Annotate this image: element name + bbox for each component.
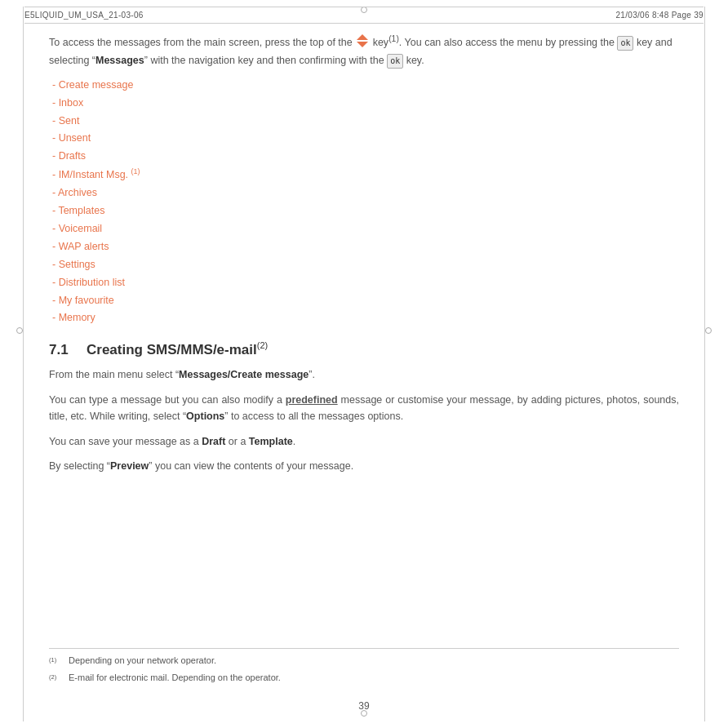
list-item-settings: Settings — [49, 256, 679, 274]
intro-paragraph: To access the messages from the main scr… — [49, 33, 679, 69]
list-item-im: IM/Instant Msg. (1) — [49, 166, 679, 184]
section-number: 7.1 — [49, 342, 73, 358]
list-item-distribution: Distribution list — [49, 274, 679, 292]
list-item-archives: Archives — [49, 184, 679, 202]
list-item-favourite: My favourite — [49, 292, 679, 310]
content-area: To access the messages from the main scr… — [49, 33, 679, 695]
header-bar: E5LIQUID_UM_USA_21-03-06 21/03/06 8:48 P… — [24, 7, 704, 24]
list-item-templates: Templates — [49, 202, 679, 220]
footnote-2-text: E-mail for electronic mail. Depending on… — [69, 671, 281, 686]
body-paragraph-2: You can type a message but you can also … — [49, 392, 679, 425]
section-title: Creating SMS/MMS/e-mail(2) — [87, 340, 268, 358]
footnotes-area: (1) Depending on your network operator. … — [49, 648, 679, 687]
footnote-1-num: (1) — [49, 654, 69, 668]
list-item-create-message: Create message — [49, 77, 679, 95]
left-margin-mark — [16, 327, 23, 334]
footnote-2: (2) E-mail for electronic mail. Dependin… — [49, 671, 679, 686]
page-number: 39 — [358, 700, 369, 712]
list-item-voicemail: Voicemail — [49, 220, 679, 238]
header-right-text: 21/03/06 8:48 Page 39 — [615, 11, 704, 20]
svg-marker-1 — [357, 42, 368, 47]
intro-text-before-icon: To access the messages from the main scr… — [49, 37, 355, 48]
section-heading: 7.1 Creating SMS/MMS/e-mail(2) — [49, 340, 679, 358]
menu-list: Create message Inbox Sent Unsent Drafts … — [49, 77, 679, 327]
body-paragraph-1: From the main menu select “Messages/Crea… — [49, 366, 679, 384]
list-item-drafts: Drafts — [49, 148, 679, 166]
list-item-wap: WAP alerts — [49, 238, 679, 256]
border-left — [23, 7, 24, 721]
ok-key-1: ok — [617, 36, 633, 51]
list-item-unsent: Unsent — [49, 130, 679, 148]
footnote-2-num: (2) — [49, 671, 69, 686]
body-paragraph-4: By selecting “Preview” you can view the … — [49, 458, 679, 475]
list-item-sent: Sent — [49, 113, 679, 131]
right-margin-mark — [705, 327, 712, 334]
header-left-text: E5LIQUID_UM_USA_21-03-06 — [24, 11, 144, 20]
list-item-memory: Memory — [49, 309, 679, 327]
page-container: E5LIQUID_UM_USA_21-03-06 21/03/06 8:48 P… — [0, 0, 728, 728]
intro-key-text: key(1). You can also access the menu by … — [373, 37, 618, 48]
ok-key-2: ok — [387, 54, 403, 69]
footnote-1-text: Depending on your network operator. — [69, 654, 216, 668]
nav-icon — [357, 34, 368, 52]
svg-marker-0 — [357, 34, 368, 40]
intro-end-text: key. — [406, 55, 424, 66]
footnote-1: (1) Depending on your network operator. — [49, 654, 679, 668]
body-paragraph-3: You can save your message as a Draft or … — [49, 433, 679, 451]
border-right — [704, 7, 705, 721]
list-item-inbox: Inbox — [49, 95, 679, 113]
